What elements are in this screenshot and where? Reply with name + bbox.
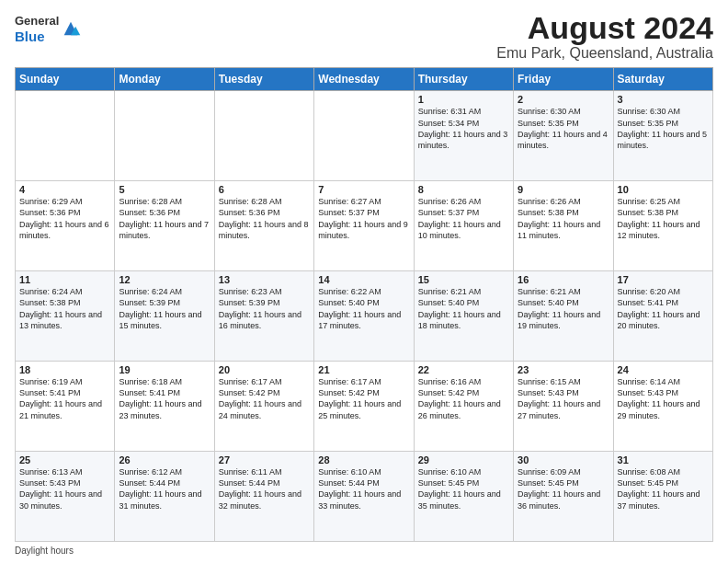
calendar-cell: 15Sunrise: 6:21 AMSunset: 5:40 PMDayligh… [414, 271, 513, 362]
day-info: Sunrise: 6:21 AMSunset: 5:40 PMDaylight:… [418, 286, 509, 331]
calendar-cell: 26Sunrise: 6:12 AMSunset: 5:44 PMDayligh… [115, 452, 214, 542]
header-day-sunday: Sunday [16, 68, 115, 91]
day-info: Sunrise: 6:21 AMSunset: 5:40 PMDaylight:… [518, 286, 609, 331]
calendar-table: SundayMondayTuesdayWednesdayThursdayFrid… [15, 67, 713, 542]
header-day-monday: Monday [115, 68, 214, 91]
calendar-cell: 11Sunrise: 6:24 AMSunset: 5:38 PMDayligh… [16, 271, 115, 362]
day-info: Sunrise: 6:26 AMSunset: 5:37 PMDaylight:… [418, 196, 509, 241]
day-number: 1 [418, 94, 509, 105]
calendar-cell: 3Sunrise: 6:30 AMSunset: 5:35 PMDaylight… [613, 91, 712, 181]
calendar-cell: 31Sunrise: 6:08 AMSunset: 5:45 PMDayligh… [613, 452, 712, 542]
footer-text: Daylight hours [15, 546, 74, 556]
calendar-cell: 20Sunrise: 6:17 AMSunset: 5:42 PMDayligh… [214, 362, 313, 452]
day-number: 30 [518, 454, 609, 465]
calendar-cell: 8Sunrise: 6:26 AMSunset: 5:37 PMDaylight… [414, 181, 513, 271]
calendar-cell: 30Sunrise: 6:09 AMSunset: 5:45 PMDayligh… [514, 452, 613, 542]
day-info: Sunrise: 6:17 AMSunset: 5:42 PMDaylight:… [318, 376, 409, 421]
header-day-wednesday: Wednesday [314, 68, 414, 91]
day-info: Sunrise: 6:26 AMSunset: 5:38 PMDaylight:… [518, 196, 609, 241]
title-block: August 2024 Emu Park, Queensland, Austra… [496, 11, 713, 62]
calendar-cell: 17Sunrise: 6:20 AMSunset: 5:41 PMDayligh… [613, 271, 712, 362]
calendar-cell [314, 91, 414, 181]
calendar-cell: 19Sunrise: 6:18 AMSunset: 5:41 PMDayligh… [115, 362, 214, 452]
day-info: Sunrise: 6:11 AMSunset: 5:44 PMDaylight:… [219, 466, 310, 511]
day-number: 24 [618, 364, 709, 375]
day-number: 11 [19, 274, 110, 285]
day-number: 16 [518, 274, 609, 285]
day-number: 20 [219, 364, 310, 375]
calendar-week-row: 1Sunrise: 6:31 AMSunset: 5:34 PMDaylight… [16, 91, 713, 181]
day-number: 26 [119, 454, 210, 465]
day-number: 12 [119, 274, 210, 285]
calendar-cell: 7Sunrise: 6:27 AMSunset: 5:37 PMDaylight… [314, 181, 414, 271]
logo-blue: Blue [15, 29, 59, 44]
calendar-cell: 6Sunrise: 6:28 AMSunset: 5:36 PMDaylight… [214, 181, 313, 271]
day-info: Sunrise: 6:30 AMSunset: 5:35 PMDaylight:… [518, 106, 609, 151]
day-number: 10 [618, 184, 709, 195]
calendar-cell: 5Sunrise: 6:28 AMSunset: 5:36 PMDaylight… [115, 181, 214, 271]
day-info: Sunrise: 6:27 AMSunset: 5:37 PMDaylight:… [318, 196, 409, 241]
calendar-cell: 16Sunrise: 6:21 AMSunset: 5:40 PMDayligh… [514, 271, 613, 362]
day-info: Sunrise: 6:08 AMSunset: 5:45 PMDaylight:… [618, 466, 709, 511]
day-number: 31 [618, 454, 709, 465]
calendar-cell [214, 91, 313, 181]
day-info: Sunrise: 6:12 AMSunset: 5:44 PMDaylight:… [119, 466, 210, 511]
day-info: Sunrise: 6:23 AMSunset: 5:39 PMDaylight:… [219, 286, 310, 331]
header-day-friday: Friday [514, 68, 613, 91]
day-number: 6 [219, 184, 310, 195]
day-info: Sunrise: 6:29 AMSunset: 5:36 PMDaylight:… [19, 196, 110, 241]
day-info: Sunrise: 6:13 AMSunset: 5:43 PMDaylight:… [19, 466, 110, 511]
calendar-cell: 12Sunrise: 6:24 AMSunset: 5:39 PMDayligh… [115, 271, 214, 362]
day-info: Sunrise: 6:28 AMSunset: 5:36 PMDaylight:… [219, 196, 310, 241]
calendar-cell [16, 91, 115, 181]
calendar-cell: 23Sunrise: 6:15 AMSunset: 5:43 PMDayligh… [514, 362, 613, 452]
day-info: Sunrise: 6:10 AMSunset: 5:45 PMDaylight:… [418, 466, 509, 511]
day-info: Sunrise: 6:14 AMSunset: 5:43 PMDaylight:… [618, 376, 709, 421]
calendar-cell: 18Sunrise: 6:19 AMSunset: 5:41 PMDayligh… [16, 362, 115, 452]
day-info: Sunrise: 6:24 AMSunset: 5:38 PMDaylight:… [19, 286, 110, 331]
day-info: Sunrise: 6:22 AMSunset: 5:40 PMDaylight:… [318, 286, 409, 331]
day-number: 5 [119, 184, 210, 195]
day-number: 2 [518, 94, 609, 105]
header-day-thursday: Thursday [414, 68, 513, 91]
calendar-cell: 25Sunrise: 6:13 AMSunset: 5:43 PMDayligh… [16, 452, 115, 542]
logo: General Blue [15, 15, 81, 44]
day-number: 7 [318, 184, 409, 195]
logo-general: General [15, 15, 59, 29]
calendar-cell: 24Sunrise: 6:14 AMSunset: 5:43 PMDayligh… [613, 362, 712, 452]
day-number: 9 [518, 184, 609, 195]
calendar-cell: 14Sunrise: 6:22 AMSunset: 5:40 PMDayligh… [314, 271, 414, 362]
day-number: 3 [618, 94, 709, 105]
calendar-cell: 9Sunrise: 6:26 AMSunset: 5:38 PMDaylight… [514, 181, 613, 271]
day-info: Sunrise: 6:10 AMSunset: 5:44 PMDaylight:… [318, 466, 409, 511]
calendar-cell: 4Sunrise: 6:29 AMSunset: 5:36 PMDaylight… [16, 181, 115, 271]
calendar-cell: 2Sunrise: 6:30 AMSunset: 5:35 PMDaylight… [514, 91, 613, 181]
calendar-cell: 10Sunrise: 6:25 AMSunset: 5:38 PMDayligh… [613, 181, 712, 271]
page-title: August 2024 [496, 11, 713, 45]
logo-icon [61, 18, 81, 39]
day-number: 21 [318, 364, 409, 375]
day-number: 27 [219, 454, 310, 465]
day-number: 29 [418, 454, 509, 465]
calendar-week-row: 11Sunrise: 6:24 AMSunset: 5:38 PMDayligh… [16, 271, 713, 362]
day-number: 17 [618, 274, 709, 285]
day-number: 23 [518, 364, 609, 375]
calendar-week-row: 4Sunrise: 6:29 AMSunset: 5:36 PMDaylight… [16, 181, 713, 271]
day-info: Sunrise: 6:15 AMSunset: 5:43 PMDaylight:… [518, 376, 609, 421]
page: General Blue August 2024 Emu Park, Queen… [0, 0, 728, 563]
calendar-cell: 13Sunrise: 6:23 AMSunset: 5:39 PMDayligh… [214, 271, 313, 362]
day-info: Sunrise: 6:18 AMSunset: 5:41 PMDaylight:… [119, 376, 210, 421]
day-number: 13 [219, 274, 310, 285]
day-number: 19 [119, 364, 210, 375]
calendar-header-row: SundayMondayTuesdayWednesdayThursdayFrid… [16, 68, 713, 91]
calendar-cell: 21Sunrise: 6:17 AMSunset: 5:42 PMDayligh… [314, 362, 414, 452]
calendar-cell: 1Sunrise: 6:31 AMSunset: 5:34 PMDaylight… [414, 91, 513, 181]
day-info: Sunrise: 6:28 AMSunset: 5:36 PMDaylight:… [119, 196, 210, 241]
day-info: Sunrise: 6:30 AMSunset: 5:35 PMDaylight:… [618, 106, 709, 151]
day-info: Sunrise: 6:19 AMSunset: 5:41 PMDaylight:… [19, 376, 110, 421]
calendar-week-row: 25Sunrise: 6:13 AMSunset: 5:43 PMDayligh… [16, 452, 713, 542]
header-day-saturday: Saturday [613, 68, 712, 91]
day-info: Sunrise: 6:31 AMSunset: 5:34 PMDaylight:… [418, 106, 509, 151]
calendar-cell: 22Sunrise: 6:16 AMSunset: 5:42 PMDayligh… [414, 362, 513, 452]
day-number: 4 [19, 184, 110, 195]
